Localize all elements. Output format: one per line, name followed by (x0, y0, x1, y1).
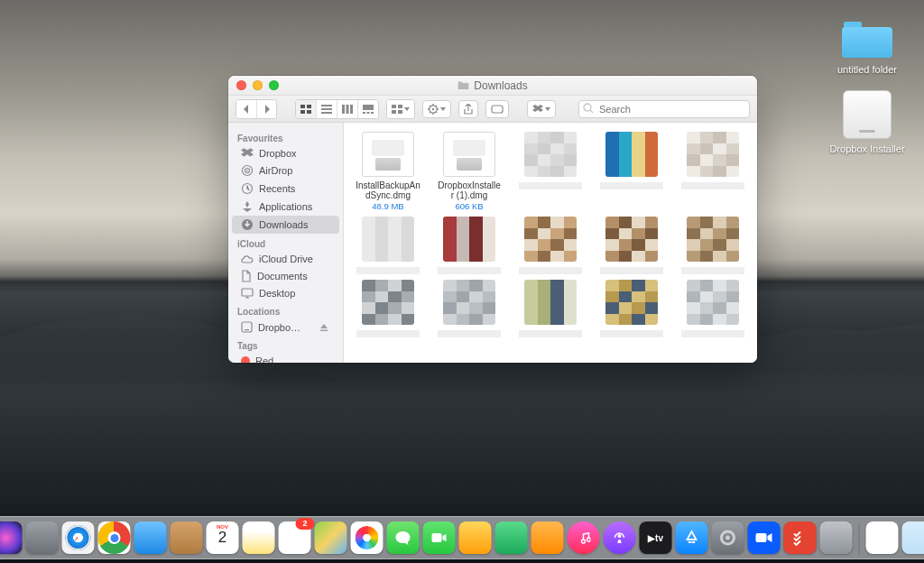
dock-app-screenshot[interactable] (820, 521, 853, 554)
dmg-icon (443, 132, 495, 177)
pixelated-thumbnail (605, 217, 658, 262)
sidebar-item-documents[interactable]: Documents (232, 267, 339, 285)
sidebar-item-dropbox[interactable]: Dropbox (232, 145, 339, 162)
eject-icon[interactable] (318, 323, 330, 332)
titlebar[interactable]: Downloads (228, 76, 757, 96)
svg-rect-1 (307, 105, 311, 108)
dock-app-desktop-stack[interactable] (902, 521, 925, 554)
sidebar-item-icloud-drive[interactable]: iCloud Drive (232, 251, 339, 267)
finder-window[interactable]: Downloads FavouritesDropboxAirDropRecent… (228, 76, 757, 363)
dock-app-podcasts[interactable] (604, 521, 636, 554)
svg-rect-12 (367, 112, 370, 114)
group-button[interactable] (387, 100, 414, 118)
sidebar-item-downloads[interactable]: Downloads (232, 216, 339, 234)
file-item-redacted[interactable] (512, 132, 589, 211)
dock-app-zoom[interactable] (748, 521, 781, 554)
file-item-redacted[interactable] (430, 217, 508, 274)
arrange-menu[interactable] (386, 99, 415, 119)
sidebar-item-label: Dropbox (259, 148, 297, 159)
desktop-item-drive[interactable]: Dropbox Installer (827, 90, 908, 155)
view-gallery-button[interactable] (357, 100, 378, 118)
svg-rect-3 (307, 110, 311, 114)
view-list-button[interactable] (316, 100, 337, 118)
window-controls (236, 80, 279, 90)
disk-icon (241, 321, 253, 333)
view-columns-button[interactable] (337, 100, 357, 118)
sidebar-item-label: Documents (257, 271, 308, 282)
dropbox-toolbar-button[interactable] (527, 100, 556, 118)
file-size: 48.9 MB (372, 201, 403, 211)
dock-app-tv[interactable]: ▶tv (640, 521, 672, 554)
file-grid[interactable]: InstallBackupAndSync.dmg48.9 MBDropboxIn… (344, 123, 757, 363)
dock-app-appstore[interactable] (676, 521, 708, 554)
sidebar-header: Favourites (228, 128, 343, 145)
dock-app-itunes[interactable] (568, 521, 600, 554)
dock-separator (859, 523, 860, 554)
share-button[interactable] (458, 100, 478, 118)
dock-app-sketch[interactable] (459, 521, 492, 554)
pixelated-thumbnail (362, 217, 414, 262)
back-button[interactable] (236, 100, 256, 118)
close-button[interactable] (236, 80, 246, 90)
dock-app-safari[interactable] (62, 521, 95, 554)
dock-app-chrome[interactable] (98, 521, 131, 554)
dock-app-numbers[interactable] (495, 521, 528, 554)
dock-app-contacts[interactable] (171, 521, 203, 554)
svg-point-41 (725, 536, 730, 540)
file-item-redacted[interactable] (349, 280, 427, 337)
dmg-icon (362, 132, 414, 177)
file-item[interactable]: InstallBackupAndSync.dmg48.9 MB (349, 132, 427, 211)
dock-app-document[interactable] (866, 521, 899, 554)
file-item-redacted[interactable] (430, 280, 508, 337)
file-item-redacted[interactable] (512, 217, 589, 274)
search-field[interactable] (578, 100, 750, 118)
file-name-redacted (356, 267, 420, 274)
search-icon (583, 103, 594, 114)
sidebar[interactable]: FavouritesDropboxAirDropRecentsApplicati… (228, 123, 344, 363)
desktop-item-folder[interactable]: untitled folder (827, 16, 908, 76)
file-item-redacted[interactable] (593, 132, 670, 211)
dock-app-launchpad[interactable] (26, 521, 59, 554)
sidebar-item-applications[interactable]: Applications (232, 198, 339, 216)
tags-button[interactable] (485, 100, 509, 118)
sidebar-item-dropbo-[interactable]: Dropbo… (232, 318, 339, 336)
search-input[interactable] (578, 100, 750, 118)
svg-rect-14 (392, 105, 396, 108)
file-item-redacted[interactable] (349, 217, 427, 274)
file-item-redacted[interactable] (674, 132, 752, 211)
zoom-button[interactable] (269, 80, 279, 90)
pixelated-thumbnail (524, 217, 577, 262)
dock-app-facetime[interactable] (423, 521, 456, 554)
sidebar-item-red[interactable]: Red (232, 353, 339, 363)
file-item-redacted[interactable] (593, 280, 670, 337)
file-name-redacted (600, 330, 663, 337)
view-icons-button[interactable] (296, 100, 316, 118)
file-item-redacted[interactable] (512, 280, 589, 337)
dock-app-pages[interactable] (531, 521, 564, 554)
dock-app-preferences[interactable] (712, 521, 744, 554)
forward-button[interactable] (256, 100, 276, 118)
file-item-redacted[interactable] (593, 217, 670, 274)
dock-app-siri[interactable] (0, 521, 23, 554)
action-menu-button[interactable] (422, 100, 451, 118)
dock-app-notes[interactable] (243, 521, 275, 554)
dock-app-maps[interactable] (315, 521, 347, 554)
svg-rect-13 (371, 112, 374, 114)
dock-app-messages[interactable] (387, 521, 420, 554)
sidebar-item-recents[interactable]: Recents (232, 180, 339, 198)
dock[interactable]: NOV2▶tv (0, 516, 924, 559)
sidebar-item-desktop[interactable]: Desktop (232, 285, 339, 301)
sidebar-item-label: Downloads (259, 219, 308, 230)
file-item[interactable]: DropboxInstaller (1).dmg606 KB (430, 132, 508, 211)
dock-app-calendar[interactable]: NOV2 (207, 521, 239, 554)
file-item-redacted[interactable] (674, 217, 752, 274)
dock-app-todoist[interactable] (784, 521, 817, 554)
svg-rect-9 (350, 105, 353, 114)
dock-app-reminders[interactable] (279, 521, 311, 554)
sidebar-item-airdrop[interactable]: AirDrop (232, 162, 339, 180)
minimize-button[interactable] (253, 80, 263, 90)
dock-app-mail[interactable] (134, 521, 167, 554)
sidebar-header: Locations (228, 301, 343, 318)
file-item-redacted[interactable] (674, 280, 752, 337)
dock-app-photos[interactable] (351, 521, 383, 554)
